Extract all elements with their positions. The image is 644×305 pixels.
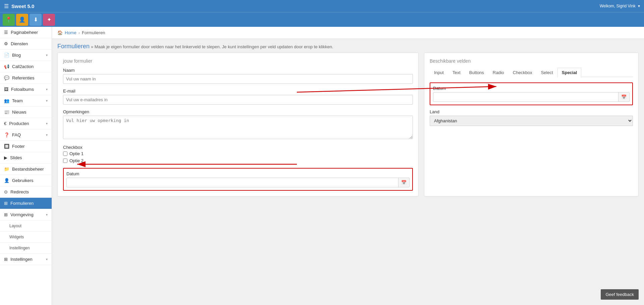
tab-input[interactable]: Input <box>430 68 448 77</box>
datum-right-input-wrapper: 📅 <box>433 92 630 102</box>
datum-right-input[interactable] <box>433 93 618 102</box>
fotoalbums-chevron: ▾ <box>46 87 48 91</box>
call2action-icon: 📢 <box>4 64 9 69</box>
user-dropdown-icon[interactable]: ▾ <box>638 4 640 8</box>
faq-chevron: ▾ <box>46 133 48 137</box>
faq-icon: ❓ <box>4 132 9 137</box>
fotoalbums-icon: 🖼 <box>4 87 8 92</box>
sidebar-item-referenties[interactable]: 💬Referenties <box>0 72 52 84</box>
sidebar-item-vormgeving[interactable]: ⊞Vormgeving ▾ <box>0 209 52 221</box>
opmerkingen-field: Opmerkingen <box>63 109 413 140</box>
sidebar-item-slides[interactable]: ▶Slides <box>0 152 52 164</box>
active-arrow <box>48 199 52 207</box>
page-title: Formulieren <box>57 43 90 50</box>
sidebar-item-nieuws[interactable]: 📰Nieuws <box>0 107 52 118</box>
field-tabs: Input Text Buttons Radio Checkbox Select… <box>430 68 633 77</box>
referenties-icon: 💬 <box>4 75 9 80</box>
checkbox-optie1-input[interactable] <box>63 151 67 156</box>
content-area: 🏠 Home › Formulieren Formulieren » Maak … <box>52 27 644 305</box>
hamburger-icon: ☰ <box>4 3 9 9</box>
instellingen-icon: ⊞ <box>4 257 8 262</box>
sidebar: ☰Paginabeheer ⚙Diensten 📄Blog ▾ 📢Call2ac… <box>0 27 52 305</box>
vormgeving-chevron: ▾ <box>46 213 48 217</box>
team-chevron: ▾ <box>46 99 48 103</box>
formulieren-icon: ⊞ <box>4 201 8 206</box>
datum-right-label: Datum <box>433 86 630 91</box>
instellingen-chevron: ▾ <box>46 257 48 261</box>
checkbox-optie2-input[interactable] <box>63 159 67 163</box>
sidebar-item-formulieren[interactable]: ⊞Formulieren <box>0 198 52 209</box>
producten-icon: € <box>4 121 6 126</box>
naam-label: Naam <box>63 68 413 73</box>
gebruikers-icon: 👤 <box>4 178 9 183</box>
naam-input[interactable] <box>63 74 413 84</box>
opmerkingen-input[interactable] <box>63 116 413 139</box>
topbar-left: ☰ Sweet 5.0 <box>4 3 34 9</box>
tab-buttons[interactable]: Buttons <box>465 68 488 77</box>
app-title: Sweet 5.0 <box>11 3 34 9</box>
two-col-layout: jouw formulier Naam E-mail Opmerkingen <box>52 53 644 202</box>
email-field: E-mail <box>63 88 413 105</box>
team-icon: 👥 <box>4 98 9 103</box>
user-button[interactable]: 👤 <box>16 14 28 26</box>
sidebar-item-formulieren-wrapper: ⊞Formulieren <box>0 198 52 209</box>
feedback-button[interactable]: Geef feedback <box>601 289 639 300</box>
naam-field: Naam <box>63 68 413 84</box>
sidebar-item-team[interactable]: 👥Team ▾ <box>0 95 52 107</box>
checkbox-group-label: Checkbox <box>63 145 413 150</box>
home-icon: 🏠 <box>57 30 63 35</box>
calendar-icon-right[interactable]: 📅 <box>618 93 629 102</box>
breadcrumb-separator: › <box>78 30 80 35</box>
sidebar-item-instellingen[interactable]: ⊞Instellingen ▾ <box>0 254 52 265</box>
producten-chevron: ▾ <box>46 122 48 125</box>
checkbox-field: Checkbox Optie 1 Optie 2 <box>63 145 413 163</box>
tab-text[interactable]: Text <box>448 68 465 77</box>
right-panel: Beschikbare velden Input Text Buttons Ra… <box>424 53 639 196</box>
sidebar-item-blog[interactable]: 📄Blog ▾ <box>0 50 52 61</box>
sidebar-item-faq[interactable]: ❓FAQ ▾ <box>0 129 52 141</box>
sidebar-item-instellingen-sub[interactable]: Instellingen <box>0 243 52 254</box>
page-subtitle: » Maak je eigen formulier door velden na… <box>91 44 333 49</box>
download-button[interactable]: ⬇ <box>30 14 42 26</box>
tab-checkbox[interactable]: Checkbox <box>508 68 537 77</box>
redirects-icon: ⊙ <box>4 189 8 194</box>
form-panel: jouw formulier Naam E-mail Opmerkingen <box>57 53 419 196</box>
sidebar-item-diensten[interactable]: ⚙Diensten <box>0 38 52 50</box>
welcome-text: Welkom, <box>600 4 615 8</box>
breadcrumb: 🏠 Home › Formulieren <box>52 27 644 39</box>
vormgeving-icon: ⊞ <box>4 212 8 217</box>
sidebar-item-footer[interactable]: 🔲Footer <box>0 141 52 152</box>
sidebar-item-redirects[interactable]: ⊙Redirects <box>0 186 52 198</box>
land-field: Land Afghanistan <box>430 109 633 126</box>
share-button[interactable]: ✦ <box>43 14 55 26</box>
sidebar-item-producten[interactable]: €Producten ▾ <box>0 118 52 129</box>
tab-radio[interactable]: Radio <box>488 68 508 77</box>
sidebar-item-layout[interactable]: Layout <box>0 221 52 232</box>
sidebar-item-bestandsbeheer[interactable]: 📁Bestandsbeheer <box>0 164 52 175</box>
datum-right-field: Datum 📅 <box>430 82 633 105</box>
email-label: E-mail <box>63 88 413 94</box>
opmerkingen-label: Opmerkingen <box>63 109 413 114</box>
map-pin-button[interactable]: 📍 <box>3 14 15 26</box>
land-select[interactable]: Afghanistan <box>430 116 633 126</box>
nieuws-icon: 📰 <box>4 110 9 115</box>
right-panel-title: Beschikbare velden <box>430 58 633 64</box>
tab-select[interactable]: Select <box>537 68 557 77</box>
user-name: Sigrid Vink <box>616 4 636 8</box>
email-input[interactable] <box>63 95 413 105</box>
sidebar-item-gebruikers[interactable]: 👤Gebruikers <box>0 175 52 186</box>
footer-icon: 🔲 <box>4 144 9 149</box>
datum-field-form: Datum 📅 <box>63 168 413 191</box>
topbar-right: Welkom, Sigrid Vink ▾ <box>600 4 640 8</box>
breadcrumb-home[interactable]: Home <box>65 30 76 35</box>
calendar-icon-form[interactable]: 📅 <box>398 178 409 187</box>
bestandsbeheer-icon: 📁 <box>4 167 9 172</box>
paginabeheer-icon: ☰ <box>4 30 8 35</box>
diensten-icon: ⚙ <box>4 41 8 46</box>
sidebar-item-widgets[interactable]: Widgets <box>0 232 52 243</box>
tab-special[interactable]: Special <box>557 68 582 77</box>
sidebar-item-call2action[interactable]: 📢Call2action <box>0 61 52 72</box>
datum-form-input[interactable] <box>67 178 398 187</box>
sidebar-item-fotoalbums[interactable]: 🖼Fotoalbums ▾ <box>0 84 52 95</box>
sidebar-item-paginabeheer[interactable]: ☰Paginabeheer <box>0 27 52 38</box>
